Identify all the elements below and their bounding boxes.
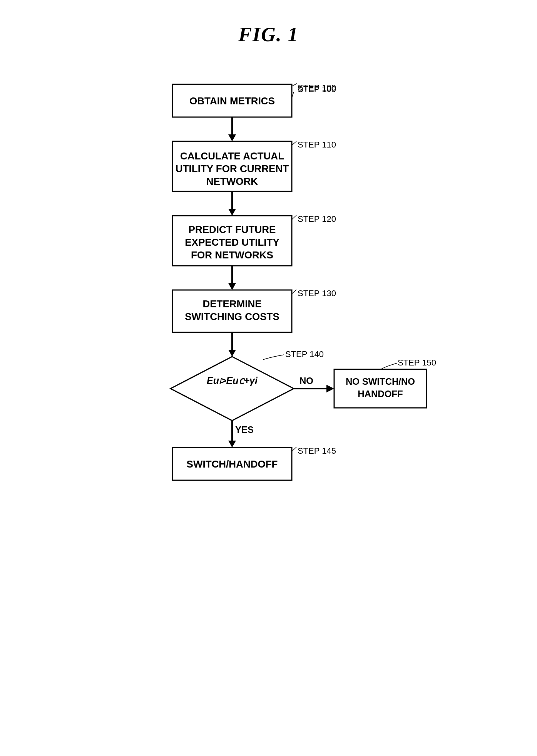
label-step140: STEP 140	[285, 349, 324, 359]
leader-arc100	[292, 84, 297, 86]
text-step110-3: NETWORK	[206, 176, 258, 187]
label-step100-text: STEP 100	[298, 83, 336, 92]
flowchart-svg: OBTAIN METRICS STEP 100 STEP 100 CALCULA…	[105, 73, 432, 747]
diamond-step140	[171, 357, 294, 421]
leader-arc110	[292, 141, 296, 145]
text-step120-3: FOR NETWORKS	[191, 249, 273, 261]
text-step150-1: NO SWITCH/NO	[346, 376, 415, 387]
arrowhead100-110	[228, 134, 236, 141]
arrowhead120-130	[228, 283, 236, 290]
text-step120-2: EXPECTED UTILITY	[185, 236, 279, 248]
label-step130: STEP 130	[298, 288, 336, 298]
figure-title: FIG. 1	[238, 23, 298, 46]
text-step110-2: UTILITY FOR CURRENT	[175, 163, 288, 174]
text-step145: SWITCH/HANDOFF	[186, 458, 278, 470]
label-step150: STEP 150	[398, 358, 436, 367]
leader-arc130	[292, 290, 296, 294]
text-step100: OBTAIN METRICS	[189, 95, 275, 107]
arrowhead-no	[326, 385, 334, 392]
leader-arc150	[381, 363, 397, 369]
text-step110-1: CALCULATE ACTUAL	[180, 150, 284, 162]
arrowhead110-120	[228, 209, 236, 216]
label-step145: STEP 145	[298, 446, 336, 456]
leader-arc145	[292, 447, 296, 451]
text-step150-2: HANDOFF	[358, 389, 403, 399]
label-step110: STEP 110	[298, 140, 336, 149]
arrowhead130-140	[228, 350, 236, 357]
label-step120: STEP 120	[298, 214, 336, 224]
arrowhead-yes	[228, 441, 236, 448]
text-step120-1: PREDICT FUTURE	[188, 224, 276, 235]
yes-label: YES	[235, 424, 254, 435]
leader-arc140	[263, 355, 284, 360]
leader-arc120	[292, 215, 296, 220]
no-label: NO	[299, 375, 313, 386]
text-step140-1: Euᵢ>Euᴄ+γi	[207, 375, 258, 386]
text-step130-1: DETERMINE	[202, 298, 261, 310]
text-step130-2: SWITCHING COSTS	[185, 311, 279, 322]
page: FIG. 1 OBTAIN METRICS STEP 100 STEP 100 …	[0, 0, 537, 756]
